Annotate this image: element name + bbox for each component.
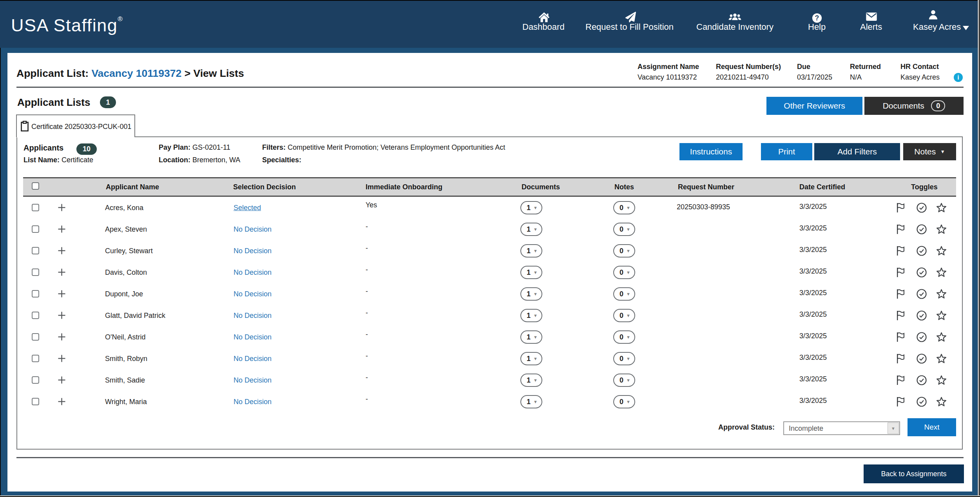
svg-text:?: ? — [815, 14, 819, 22]
